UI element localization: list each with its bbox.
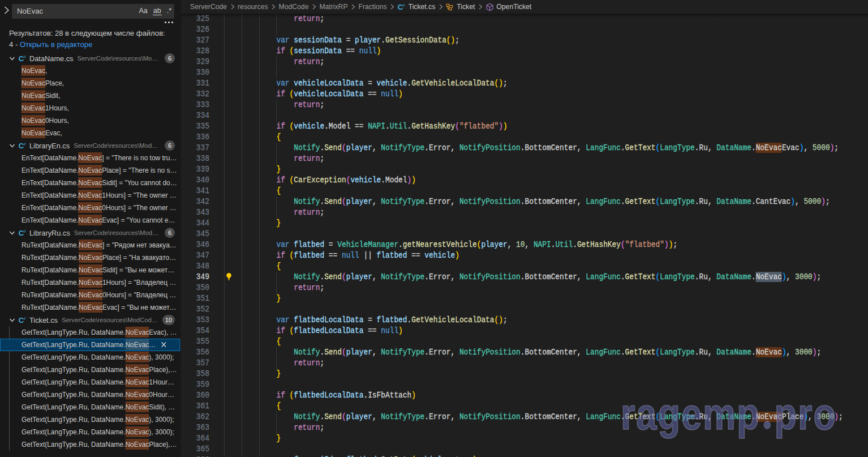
svg-text:#: # bbox=[24, 142, 26, 146]
svg-text:#: # bbox=[24, 317, 26, 321]
svg-text:#: # bbox=[24, 229, 26, 233]
svg-text:#: # bbox=[402, 3, 405, 7]
svg-text:#: # bbox=[24, 55, 26, 59]
